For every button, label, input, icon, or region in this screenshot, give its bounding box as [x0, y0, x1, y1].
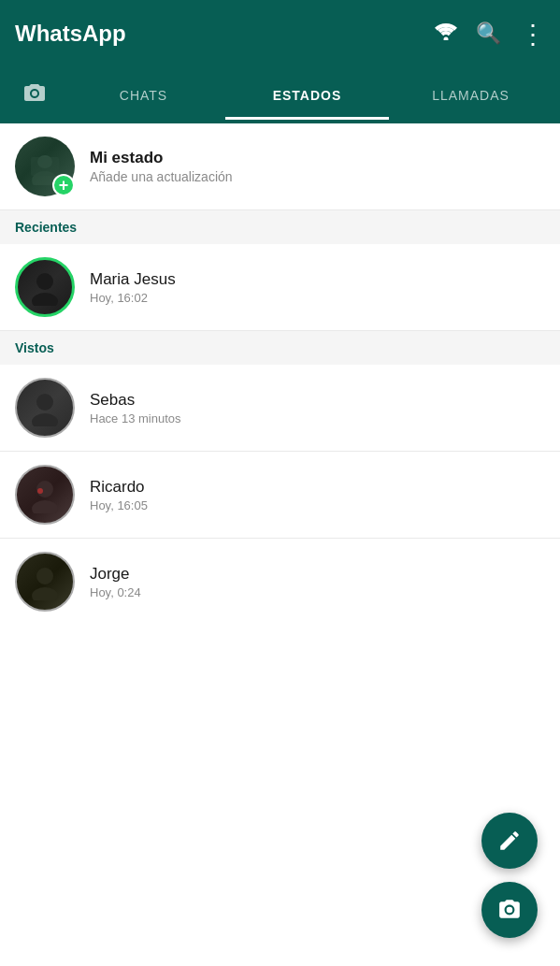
maria-avatar [15, 257, 75, 317]
status-item-maria[interactable]: Maria Jesus Hoy, 16:02 [0, 244, 560, 331]
maria-name: Maria Jesus [90, 270, 545, 289]
jorge-time: Hoy, 0:24 [90, 585, 545, 599]
add-status-badge[interactable]: + [52, 174, 75, 196]
ricardo-avatar-container [15, 465, 75, 525]
camera-tab-icon[interactable] [7, 82, 62, 108]
tabs-bar: CHATS ESTADOS LLAMADAS [0, 67, 560, 123]
status-item-jorge[interactable]: Jorge Hoy, 0:24 [0, 539, 560, 625]
svg-point-7 [36, 394, 53, 411]
svg-point-6 [32, 293, 58, 306]
jorge-info: Jorge Hoy, 0:24 [90, 565, 545, 599]
status-item-sebas[interactable]: Sebas Hace 13 minutos [0, 365, 560, 452]
vistos-header: Vistos [0, 331, 560, 365]
app-title: WhatsApp [15, 21, 435, 47]
svg-point-11 [37, 488, 43, 494]
sebas-avatar-container [15, 378, 75, 438]
jorge-avatar-container [15, 552, 75, 612]
svg-point-13 [32, 587, 58, 600]
sebas-avatar [15, 378, 75, 438]
svg-point-10 [32, 500, 58, 513]
wifi-icon [435, 23, 457, 45]
ricardo-avatar [15, 465, 75, 525]
svg-point-1 [32, 91, 37, 96]
maria-info: Maria Jesus Hoy, 16:02 [90, 270, 545, 305]
jorge-name: Jorge [90, 565, 545, 584]
search-icon[interactable]: 🔍 [476, 22, 501, 46]
ricardo-name: Ricardo [90, 478, 545, 497]
tab-llamadas[interactable]: LLAMADAS [389, 71, 553, 120]
svg-point-8 [32, 413, 58, 426]
tab-chats[interactable]: CHATS [62, 71, 225, 120]
svg-point-5 [36, 273, 53, 290]
svg-point-14 [507, 907, 513, 914]
header-icons: 🔍 ⋮ [435, 19, 545, 50]
my-status-subtitle: Añade una actualización [90, 169, 545, 184]
my-status-info: Mi estado Añade una actualización [90, 149, 545, 184]
maria-avatar-container [15, 257, 75, 317]
svg-rect-4 [31, 157, 59, 176]
sebas-time: Hace 13 minutos [90, 411, 545, 425]
my-status-row[interactable]: + Mi estado Añade una actualización [0, 123, 560, 210]
ricardo-time: Hoy, 16:05 [90, 498, 545, 512]
recientes-header: Recientes [0, 210, 560, 244]
jorge-avatar [15, 552, 75, 612]
tab-estados[interactable]: ESTADOS [225, 71, 389, 120]
my-avatar-container: + [15, 137, 75, 196]
svg-point-0 [444, 36, 449, 40]
camera-fab[interactable] [481, 882, 538, 938]
content-area: + Mi estado Añade una actualización Reci… [0, 123, 560, 966]
menu-icon[interactable]: ⋮ [520, 19, 545, 50]
header: WhatsApp 🔍 ⋮ [0, 0, 560, 67]
status-item-ricardo[interactable]: Ricardo Hoy, 16:05 [0, 452, 560, 539]
my-status-name: Mi estado [90, 149, 545, 167]
sebas-info: Sebas Hace 13 minutos [90, 391, 545, 425]
ricardo-info: Ricardo Hoy, 16:05 [90, 478, 545, 512]
maria-time: Hoy, 16:02 [90, 291, 545, 305]
fab-container [481, 813, 538, 938]
pencil-fab[interactable] [481, 813, 538, 869]
svg-point-12 [36, 568, 53, 584]
sebas-name: Sebas [90, 391, 545, 410]
